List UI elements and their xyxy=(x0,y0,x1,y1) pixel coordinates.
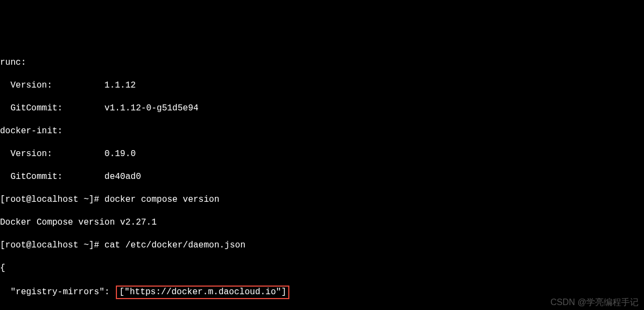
command-text: cat /etc/docker/daemon.json xyxy=(104,240,245,250)
text-docker-init: docker-init: xyxy=(0,126,644,137)
compose-version-output: Docker Compose version v2.27.1 xyxy=(0,217,644,228)
terminal-output[interactable]: runc: Version: 1.1.12 GitCommit: v1.1.12… xyxy=(0,46,644,310)
prompt-line-1: [root@localhost ~]# docker compose versi… xyxy=(0,194,644,206)
prompt: [root@localhost ~]# xyxy=(0,240,104,250)
text-runc: runc: xyxy=(0,57,644,69)
command-text: docker compose version xyxy=(104,195,219,204)
text-gitcommit1: GitCommit: v1.1.12-0-g51d5e94 xyxy=(0,103,644,114)
text-version1: Version: 1.1.12 xyxy=(0,80,644,91)
prompt-line-2: [root@localhost ~]# cat /etc/docker/daem… xyxy=(0,240,644,251)
watermark-text: CSDN @学亮编程手记 xyxy=(550,296,639,308)
json-open-brace: { xyxy=(0,263,644,274)
highlighted-registry-url: ["https://docker.m.daocloud.io"] xyxy=(116,286,289,299)
text-gitcommit2: GitCommit: de40ad0 xyxy=(0,171,644,183)
prompt: [root@localhost ~]# xyxy=(0,195,104,204)
text-version2: Version: 0.19.0 xyxy=(0,148,644,160)
registry-mirrors-line: "registry-mirrors": ["https://docker.m.d… xyxy=(0,286,644,299)
